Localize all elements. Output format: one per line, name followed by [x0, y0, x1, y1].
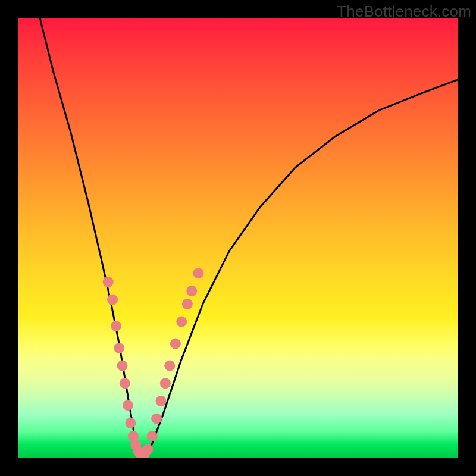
data-marker [182, 299, 193, 309]
data-marker [142, 444, 153, 455]
data-marker [103, 277, 114, 287]
data-marker [114, 343, 124, 353]
data-marker [107, 295, 118, 305]
data-marker [170, 339, 181, 349]
chart-svg [18, 18, 458, 458]
data-marker [111, 321, 121, 331]
data-marker [120, 378, 130, 389]
data-marker [186, 286, 197, 296]
chart-plot-area [18, 18, 458, 458]
data-marker [117, 361, 127, 371]
data-markers [103, 268, 204, 458]
data-marker [193, 268, 203, 278]
chart-outer-frame: TheBottleneck.com [0, 0, 476, 476]
data-marker [123, 400, 133, 411]
bottleneck-curve [40, 18, 458, 458]
data-marker [147, 431, 158, 441]
data-marker [156, 396, 167, 406]
watermark-text: TheBottleneck.com [337, 2, 471, 21]
data-marker [164, 361, 175, 371]
data-marker [176, 317, 187, 327]
data-marker [125, 418, 136, 428]
data-marker [160, 378, 171, 389]
data-marker [151, 413, 162, 424]
